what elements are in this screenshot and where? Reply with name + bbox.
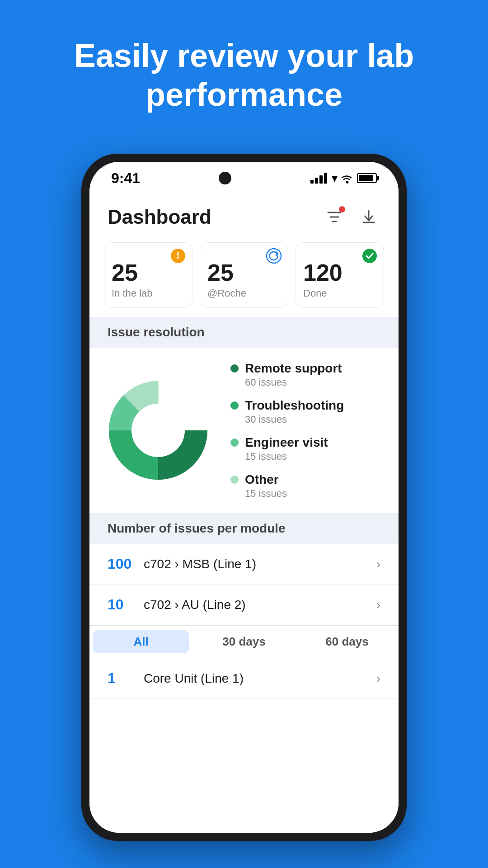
legend-dot-other xyxy=(230,476,239,484)
module-name-0: c702 › MSB (Line 1) xyxy=(144,557,376,571)
stat-number-done: 120 xyxy=(303,260,343,286)
svg-point-2 xyxy=(267,249,281,263)
warning-icon: ! xyxy=(170,248,186,267)
donut-chart xyxy=(104,376,212,485)
refresh-icon xyxy=(266,248,282,267)
filter-badge xyxy=(339,206,345,212)
donut-section: Remote support 60 issues Troubleshooting… xyxy=(89,348,399,513)
module-item-1[interactable]: 10 c702 › AU (Line 2) › xyxy=(89,585,399,625)
svg-text:!: ! xyxy=(176,250,179,261)
status-icons: ▾ xyxy=(310,171,377,185)
legend-count-other: 15 issues xyxy=(245,488,384,500)
battery-icon xyxy=(357,173,377,183)
legend-name-remote: Remote support xyxy=(245,361,342,376)
legend-name-other: Other xyxy=(245,472,279,487)
tab-60-days[interactable]: 60 days xyxy=(299,630,395,653)
module-issues-header: Number of issues per module xyxy=(89,513,399,544)
module-name-1: c702 › AU (Line 2) xyxy=(144,598,376,612)
phone-screen: 9:41 ▾ xyxy=(89,162,399,833)
download-button[interactable] xyxy=(357,205,380,229)
phone-frame: 9:41 ▾ xyxy=(81,154,407,841)
wifi-icon: ▾ xyxy=(332,171,352,185)
app-content: Dashboard xyxy=(89,194,399,833)
module-name-2: Core Unit (Line 1) xyxy=(144,671,376,686)
legend-dot-trouble xyxy=(230,401,239,410)
tab-all[interactable]: All xyxy=(93,630,189,653)
legend-count-trouble: 30 issues xyxy=(245,414,384,425)
module-item-0[interactable]: 100 c702 › MSB (Line 1) › xyxy=(89,544,399,585)
stat-number-in-lab: 25 xyxy=(112,260,138,286)
chevron-right-icon-2: › xyxy=(376,671,380,686)
chevron-right-icon-0: › xyxy=(376,557,380,571)
legend-item-trouble: Troubleshooting 30 issues xyxy=(230,398,384,425)
legend-item-engineer: Engineer visit 15 issues xyxy=(230,435,384,462)
signal-icon xyxy=(310,173,327,184)
legend-name-trouble: Troubleshooting xyxy=(245,398,344,413)
legend-item-other: Other 15 issues xyxy=(230,472,384,500)
header-actions xyxy=(323,205,380,229)
donut-center xyxy=(131,404,185,457)
stat-number-roche: 25 xyxy=(207,260,234,286)
status-bar: 9:41 ▾ xyxy=(89,162,399,194)
app-header: Dashboard xyxy=(89,194,399,238)
stat-card-done[interactable]: 120 Done xyxy=(296,242,384,308)
stat-card-in-lab[interactable]: ! 25 In the lab xyxy=(104,242,192,308)
filter-button[interactable] xyxy=(323,205,346,229)
legend-item-remote: Remote support 60 issues xyxy=(230,361,384,388)
stat-label-done: Done xyxy=(303,288,327,299)
legend-count-engineer: 15 issues xyxy=(245,451,384,462)
legend-dot-remote xyxy=(230,364,239,373)
legend-name-engineer: Engineer visit xyxy=(245,435,328,450)
legend-count-remote: 60 issues xyxy=(245,377,384,388)
stat-label-roche: @Roche xyxy=(207,288,246,299)
status-time: 9:41 xyxy=(111,170,140,187)
chart-legend: Remote support 60 issues Troubleshooting… xyxy=(230,361,384,500)
chevron-right-icon-1: › xyxy=(376,598,380,612)
tab-30-days[interactable]: 30 days xyxy=(196,630,292,653)
camera-notch xyxy=(219,172,231,184)
module-count-0: 100 xyxy=(108,556,144,572)
time-filter-tabs: All 30 days 60 days xyxy=(89,625,399,658)
module-count-1: 10 xyxy=(108,596,144,613)
module-item-2-partial[interactable]: 1 Core Unit (Line 1) › xyxy=(89,658,399,699)
hero-text: Easily review your lab performance xyxy=(0,36,488,114)
stat-card-roche[interactable]: 25 @Roche xyxy=(200,242,288,308)
page-title: Dashboard xyxy=(108,206,211,228)
svg-point-3 xyxy=(362,249,377,263)
issue-resolution-header: Issue resolution xyxy=(89,317,399,348)
module-count-2: 1 xyxy=(108,670,144,687)
download-icon xyxy=(361,209,377,225)
legend-dot-engineer xyxy=(230,439,239,447)
stat-label-in-lab: In the lab xyxy=(112,288,153,299)
module-list: 100 c702 › MSB (Line 1) › 10 c702 › AU (… xyxy=(89,544,399,625)
module-issues-title: Number of issues per module xyxy=(108,521,286,535)
check-icon xyxy=(362,248,377,267)
issue-resolution-title: Issue resolution xyxy=(108,325,205,339)
stats-row: ! 25 In the lab 25 @Roch xyxy=(89,238,399,317)
